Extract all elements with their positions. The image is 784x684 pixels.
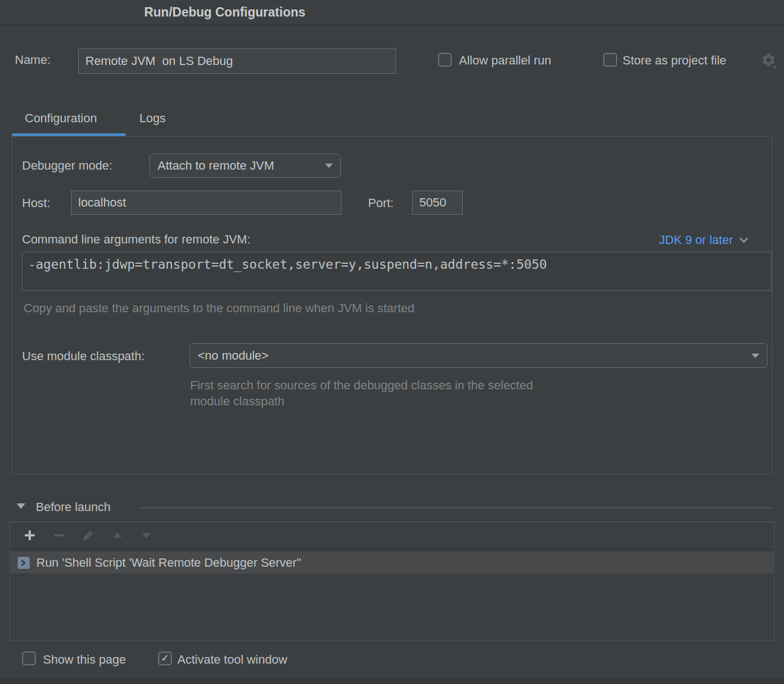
- chevron-down-icon: [751, 354, 759, 358]
- command-line-hint: Copy and paste the arguments to the comm…: [24, 301, 414, 316]
- dialog-bottom-edge: [0, 678, 784, 684]
- edit-pencil-icon[interactable]: [82, 529, 95, 542]
- move-down-icon[interactable]: [140, 529, 153, 542]
- before-launch-toolbar: [10, 522, 774, 549]
- debugger-mode-dropdown[interactable]: Attach to remote JVM: [149, 154, 341, 178]
- before-launch-title: Before launch: [36, 500, 111, 514]
- jdk-version-label: JDK 9 or later: [659, 233, 733, 247]
- before-launch-task-row[interactable]: Run 'Shell Script 'Wait Remote Debugger …: [10, 551, 775, 574]
- name-input[interactable]: [78, 48, 396, 74]
- jdk-version-selector[interactable]: JDK 9 or later: [659, 233, 749, 247]
- activate-tool-window-checkbox[interactable]: ✓: [158, 652, 172, 665]
- show-this-page-checkbox[interactable]: [22, 652, 36, 665]
- name-label: Name:: [15, 53, 51, 67]
- port-input[interactable]: [412, 191, 463, 215]
- activate-tool-window-label[interactable]: Activate tool window: [177, 653, 287, 667]
- module-classpath-hint: First search for sources of the debugged…: [190, 377, 533, 409]
- module-classpath-value: <no module>: [198, 349, 751, 363]
- gear-dropdown-caret-icon: [773, 66, 777, 69]
- port-label: Port:: [368, 196, 393, 210]
- before-launch-divider: [139, 507, 772, 508]
- debugger-mode-label: Debugger mode:: [22, 159, 112, 173]
- chevron-down-icon: [325, 164, 333, 168]
- command-line-label: Command line arguments for remote JVM:: [22, 232, 251, 247]
- toolbar-separator: [10, 549, 774, 549]
- debugger-mode-value: Attach to remote JVM: [158, 159, 325, 173]
- tab-logs[interactable]: Logs: [139, 111, 166, 126]
- before-launch-task-label: Run 'Shell Script 'Wait Remote Debugger …: [36, 556, 301, 570]
- tab-configuration[interactable]: Configuration: [25, 111, 97, 126]
- allow-parallel-run-checkbox[interactable]: [438, 53, 452, 67]
- run-debug-configurations-dialog: Run/Debug Configurations Name: Allow par…: [0, 0, 784, 684]
- allow-parallel-run-label[interactable]: Allow parallel run: [459, 53, 551, 68]
- move-up-icon[interactable]: [111, 529, 124, 542]
- host-label: Host:: [22, 196, 50, 210]
- store-as-project-file-label[interactable]: Store as project file: [623, 53, 726, 68]
- shell-script-run-icon: [18, 557, 30, 569]
- module-classpath-label: Use module classpath:: [22, 349, 145, 363]
- title-divider: [0, 25, 784, 26]
- store-as-project-file-checkbox[interactable]: [603, 53, 617, 67]
- module-classpath-dropdown[interactable]: <no module>: [190, 343, 767, 368]
- jvm-arguments-field[interactable]: -agentlib:jdwp=transport=dt_socket,serve…: [22, 252, 771, 291]
- before-launch-collapse-icon[interactable]: [17, 503, 25, 509]
- chevron-down-icon: [739, 237, 749, 244]
- show-this-page-label[interactable]: Show this page: [43, 653, 126, 667]
- gear-icon[interactable]: [761, 52, 776, 68]
- host-input[interactable]: [71, 191, 342, 215]
- before-launch-panel: Run 'Shell Script 'Wait Remote Debugger …: [9, 522, 775, 641]
- add-icon[interactable]: [23, 529, 36, 542]
- checkmark-icon: ✓: [161, 653, 169, 663]
- remove-icon[interactable]: [52, 529, 66, 542]
- dialog-title: Run/Debug Configurations: [0, 5, 450, 20]
